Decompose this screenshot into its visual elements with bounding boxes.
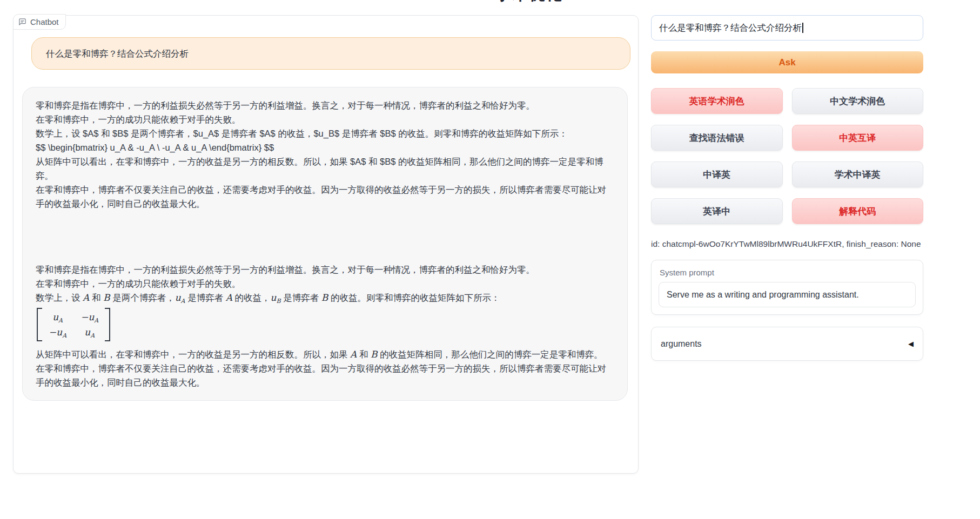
message-line: 在零和博弈中，博弈者不仅要关注自己的收益，还需要考虑对手的收益。因为一方取得的收… bbox=[36, 183, 614, 211]
status-line: id: chatcmpl-6wOo7KrYTwMl89lbrMWRu4UkFFX… bbox=[651, 239, 923, 249]
inline-math: −uA bbox=[49, 327, 66, 338]
text-cursor bbox=[802, 23, 803, 33]
system-prompt-label: System prompt bbox=[660, 268, 916, 277]
inline-math: uA bbox=[175, 292, 185, 303]
inline-math: A bbox=[226, 292, 232, 303]
inline-math: uB bbox=[271, 292, 281, 303]
function-button-grid: 英语学术润色中文学术润色查找语法错误中英互译中译英学术中译英英译中解释代码 bbox=[651, 88, 923, 224]
message-line: 在零和博弈中，一方的成功只能依赖于对手的失败。 bbox=[36, 112, 614, 126]
message-line: 在零和博弈中，博弈者不仅要关注自己的收益，还需要考虑对手的收益。因为一方取得的收… bbox=[36, 361, 614, 389]
chat-bubble-icon bbox=[18, 18, 26, 26]
inline-math: B bbox=[103, 292, 110, 303]
message-line: 从矩阵中可以看出，在零和博弈中，一方的收益是另一方的相反数。所以，如果 A 和 … bbox=[36, 347, 614, 361]
btn-zh-en-mutual-translation[interactable]: 中英互译 bbox=[792, 125, 924, 151]
inline-math: B bbox=[371, 349, 378, 360]
chatbot-panel: Chatbot 什么是零和博弈？结合公式介绍分析 零和博弈是指在博弈中，一方的利… bbox=[13, 15, 639, 474]
system-prompt-input[interactable]: Serve me as a writing and programming as… bbox=[659, 282, 916, 307]
controls-column: 什么是零和博弈？结合公式介绍分析 Ask 英语学术润色中文学术润色查找语法错误中… bbox=[651, 15, 923, 361]
ask-button[interactable]: Ask bbox=[651, 51, 923, 73]
inline-math: A bbox=[350, 349, 357, 360]
message-line: 零和博弈是指在博弈中，一方的利益损失必然等于另一方的利益增益。换言之，对于每一种… bbox=[36, 98, 614, 112]
inline-math: −uA bbox=[80, 312, 98, 322]
btn-english-academic-polish[interactable]: 英语学术润色 bbox=[651, 88, 783, 114]
message-line: uA−uA−uAuA bbox=[37, 308, 614, 345]
btn-find-grammar-errors[interactable]: 查找语法错误 bbox=[651, 125, 783, 151]
message-line: 从矩阵中可以看出，在零和博弈中，一方的收益是另一方的相反数。所以，如果 $A$ … bbox=[36, 154, 614, 183]
chatbot-label: Chatbot bbox=[13, 14, 66, 30]
btn-explain-code[interactable]: 解释代码 bbox=[792, 198, 924, 224]
app-container: Chatbot 什么是零和博弈？结合公式介绍分析 零和博弈是指在博弈中，一方的利… bbox=[13, 15, 923, 474]
chat-messages: 什么是零和博弈？结合公式介绍分析 零和博弈是指在博弈中，一方的利益损失必然等于另… bbox=[14, 16, 638, 473]
arguments-accordion[interactable]: arguments ◀ bbox=[651, 327, 923, 361]
message-line: 数学上，设 $A$ 和 $B$ 是两个博弈者，$u_A$ 是博弈者 $A$ 的收… bbox=[36, 126, 614, 140]
btn-en-to-zh[interactable]: 英译中 bbox=[651, 198, 783, 224]
message-blank-gap bbox=[36, 211, 614, 262]
btn-chinese-academic-polish[interactable]: 中文学术润色 bbox=[792, 88, 924, 114]
arguments-accordion-label: arguments bbox=[661, 339, 702, 349]
rendered-matrix: uA−uA−uAuA bbox=[37, 308, 110, 341]
message-line: 在零和博弈中，一方的成功只能依赖于对手的失败。 bbox=[36, 277, 614, 291]
inline-math: B bbox=[321, 292, 328, 303]
question-input[interactable]: 什么是零和博弈？结合公式介绍分析 bbox=[651, 15, 923, 41]
btn-zh-to-en[interactable]: 中译英 bbox=[651, 161, 783, 187]
chatbot-label-text: Chatbot bbox=[30, 17, 59, 26]
accordion-collapse-icon: ◀ bbox=[908, 340, 914, 348]
user-message-bubble: 什么是零和博弈？结合公式介绍分析 bbox=[31, 37, 630, 70]
message-line: $$ \begin{bmatrix} u_A & -u_A \ -u_A & u… bbox=[36, 140, 614, 154]
message-line: 零和博弈是指在博弈中，一方的利益损失必然等于另一方的利益增益。换言之，对于每一种… bbox=[36, 262, 614, 277]
system-prompt-group: System prompt Serve me as a writing and … bbox=[651, 260, 923, 315]
assistant-message-bubble: 零和博弈是指在博弈中，一方的利益损失必然等于另一方的利益增益。换言之，对于每一种… bbox=[22, 87, 628, 401]
inline-math: A bbox=[83, 292, 89, 303]
inline-math: uA bbox=[52, 312, 63, 322]
question-input-value: 什么是零和博弈？结合公式介绍分析 bbox=[659, 22, 802, 34]
page-title-clipped: ChatGPT 学术优化 bbox=[0, 0, 980, 5]
inline-math: uA bbox=[84, 327, 95, 338]
btn-academic-zh-to-en[interactable]: 学术中译英 bbox=[792, 161, 924, 187]
message-line: 数学上，设 A 和 B 是两个博弈者，uA 是博弈者 A 的收益，uB 是博弈者… bbox=[36, 291, 614, 305]
